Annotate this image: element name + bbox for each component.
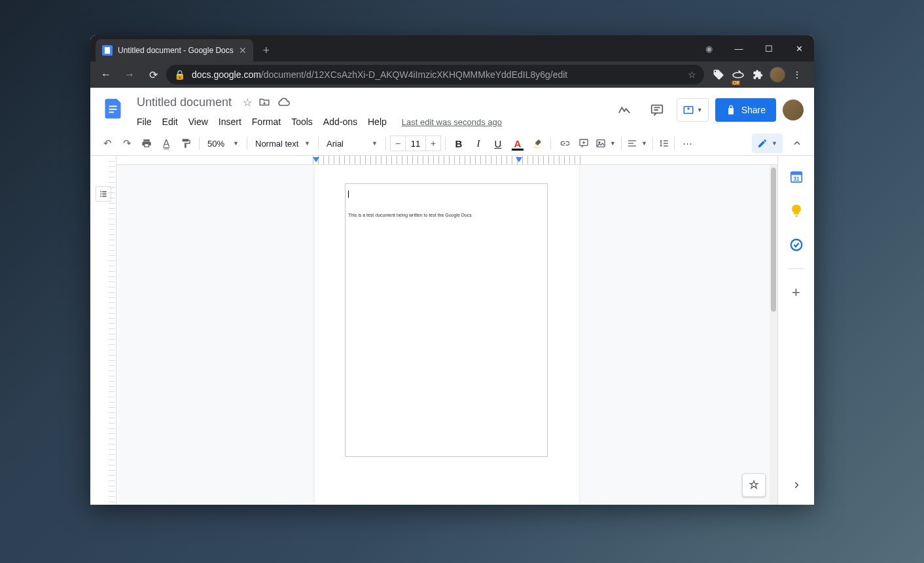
record-indicator-icon: ◉ [694,38,724,59]
separator [652,137,653,150]
account-avatar[interactable] [783,100,804,120]
browser-tab[interactable]: Untitled document - Google Docs ✕ [96,39,253,62]
tasks-addon-icon[interactable] [783,232,809,258]
font-size-group: − + [390,136,441,151]
vertical-ruler[interactable] [109,161,115,505]
svg-rect-21 [102,196,106,197]
collapse-toolbar-button[interactable] [788,134,806,153]
insert-image-dropdown[interactable]: ▼ [594,135,617,152]
last-edit-link[interactable]: Last edit was seconds ago [402,117,502,127]
cloud-status-icon[interactable] [277,97,290,107]
paragraph-style-dropdown[interactable]: Normal text▼ [251,135,314,152]
italic-button[interactable]: I [469,134,488,153]
profile-avatar-icon[interactable] [768,65,787,84]
insert-link-button[interactable] [555,134,573,153]
activity-icon[interactable] [611,97,637,123]
highlight-color-button[interactable] [528,134,546,153]
redo-button[interactable]: ↷ [118,134,136,153]
paint-format-button[interactable] [177,134,195,153]
chevron-down-icon: ▼ [697,107,703,113]
text-cursor [348,191,349,198]
menu-edit[interactable]: Edit [158,114,183,130]
header-actions: ▼ Share [611,97,804,123]
undo-button[interactable]: ↶ [98,134,116,153]
formatting-toolbar: ↶ ↷ A̲ 50%▼ Normal text▼ Arial▼ − + B I … [90,131,814,156]
collapse-sidepanel-button[interactable] [783,472,809,498]
extension-off-icon[interactable]: Off [729,65,747,84]
right-indent-marker[interactable] [516,157,522,162]
star-icon[interactable]: ☆ [243,96,252,109]
close-window-button[interactable]: ✕ [784,38,814,59]
move-icon[interactable] [258,96,270,108]
reload-button[interactable]: ⟳ [143,64,164,85]
underline-button[interactable]: U [489,134,507,153]
spellcheck-button[interactable]: A̲ [157,134,175,153]
separator [385,137,386,150]
line-spacing-dropdown[interactable] [657,135,670,152]
share-button[interactable]: Share [715,98,776,122]
svg-rect-14 [628,143,633,143]
svg-rect-3 [109,112,115,113]
editing-mode-dropdown[interactable]: ▼ [752,134,783,153]
side-panel: 31 + [777,156,814,505]
menu-help[interactable]: Help [363,114,391,130]
menu-format[interactable]: Format [247,114,285,130]
separator [550,137,551,150]
align-dropdown[interactable]: ▼ [626,135,649,152]
style-value: Normal text [255,139,298,149]
keep-addon-icon[interactable] [783,198,809,224]
document-body-text[interactable]: This is a test document being written to… [348,213,547,218]
maximize-button[interactable]: ☐ [754,38,784,59]
horizontal-ruler[interactable] [116,156,777,165]
calendar-addon-icon[interactable]: 31 [783,164,809,190]
back-button[interactable]: ← [96,64,116,85]
get-addons-button[interactable]: + [783,280,809,306]
vertical-scrollbar[interactable] [770,165,777,505]
more-tools-button[interactable]: ⋯ [679,134,697,153]
present-button[interactable]: ▼ [677,98,709,122]
document-page[interactable]: This is a test document being written to… [345,183,548,457]
increase-font-button[interactable]: + [425,136,441,151]
separator [318,137,319,150]
add-comment-button[interactable] [575,134,593,153]
extensions-puzzle-icon[interactable] [749,65,767,84]
menu-view[interactable]: View [184,114,213,130]
font-size-input[interactable] [406,136,425,151]
font-value: Arial [327,139,344,149]
editor-area: This is a test document being written to… [90,156,814,505]
menu-addons[interactable]: Add-ons [319,114,362,130]
text-color-button[interactable]: A [508,134,527,153]
window-controls: ◉ ― ☐ ✕ [694,35,814,62]
minimize-button[interactable]: ― [724,38,754,59]
comments-icon[interactable] [644,97,670,123]
share-label: Share [741,105,766,115]
page-canvas[interactable]: This is a test document being written to… [116,165,777,505]
left-gutter [90,156,116,505]
docs-home-button[interactable] [101,96,127,122]
close-tab-icon[interactable]: ✕ [239,45,247,56]
font-dropdown[interactable]: Arial▼ [323,135,382,152]
extension-tag-icon[interactable] [709,65,728,84]
scrollbar-thumb[interactable] [771,168,776,312]
document-title-input[interactable]: Untitled document [132,94,236,111]
left-indent-marker[interactable] [313,157,319,162]
menu-file[interactable]: File [132,114,156,130]
svg-rect-20 [100,196,101,197]
bold-button[interactable]: B [450,134,468,153]
print-button[interactable] [137,134,156,153]
forward-button[interactable]: → [119,64,140,85]
side-panel-divider [789,268,804,269]
decrease-font-button[interactable]: − [390,136,406,151]
svg-point-0 [733,73,743,78]
chrome-menu-icon[interactable]: ⋮ [788,65,806,84]
svg-rect-4 [651,105,662,113]
address-bar[interactable]: 🔒 docs.google.com/document/d/12XCsAzhXi-… [166,65,704,84]
zoom-dropdown[interactable]: 50%▼ [204,135,243,152]
svg-point-12 [599,142,600,143]
menu-tools[interactable]: Tools [287,114,317,130]
explore-button[interactable] [742,473,766,497]
bookmark-star-icon[interactable]: ☆ [688,69,696,80]
separator [199,137,200,150]
menu-insert[interactable]: Insert [214,114,246,130]
new-tab-button[interactable]: + [257,41,275,60]
